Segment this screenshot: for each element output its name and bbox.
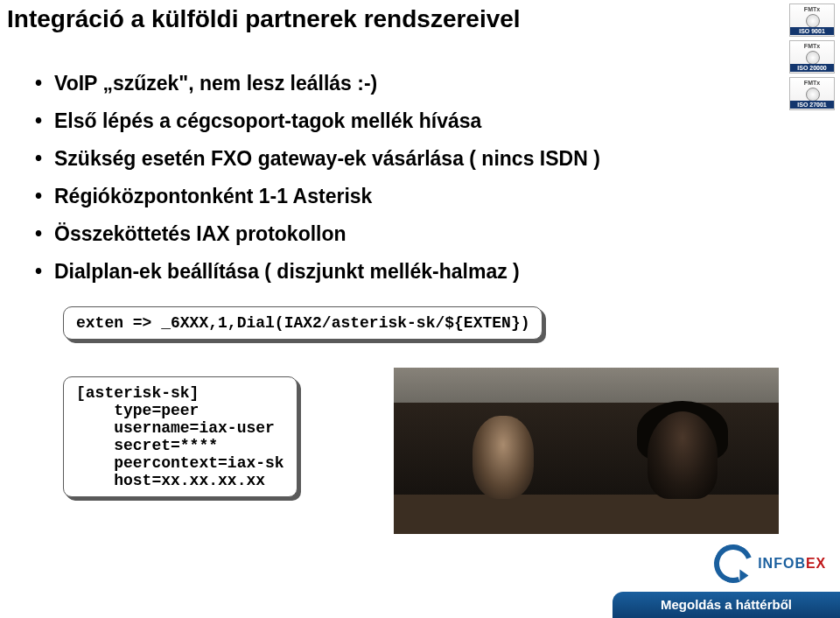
seal-icon	[806, 14, 820, 28]
cert-brand: FMTx	[804, 43, 820, 49]
code-content: exten => _6XXX,1,Dial(IAX2/asterisk-sk/$…	[63, 306, 542, 340]
cert-iso-label: ISO 27001	[790, 101, 834, 109]
cert-badge: FMTx ISO 9001	[789, 4, 835, 37]
code-block-exten: exten => _6XXX,1,Dial(IAX2/asterisk-sk/$…	[63, 306, 542, 340]
bullet-item: Dialplan-ek beállítása ( diszjunkt mellé…	[35, 260, 648, 284]
cert-badges: FMTx ISO 9001 FMTx ISO 20000 FMTx ISO 27…	[789, 4, 835, 114]
tagline: Megoldás a háttérből	[612, 592, 840, 618]
cert-badge: FMTx ISO 20000	[789, 40, 835, 74]
cert-iso-label: ISO 9001	[790, 27, 834, 35]
bullet-item: VoIP „szűzek", nem lesz leállás :-)	[35, 72, 648, 95]
seal-icon	[806, 51, 820, 65]
movie-still-image	[394, 368, 779, 534]
bullet-list: VoIP „szűzek", nem lesz leállás :-) Első…	[35, 63, 648, 298]
logo-text-main: INFOB	[758, 556, 806, 571]
bullet-item: Régióközpontonként 1-1 Asterisk	[35, 185, 648, 208]
cert-iso-label: ISO 20000	[790, 64, 834, 72]
cert-brand: FMTx	[804, 6, 820, 12]
code-content: [asterisk-sk] type=peer username=iax-use…	[63, 376, 298, 497]
bullet-item: Szükség esetén FXO gateway-ek vásárlása …	[35, 147, 648, 171]
logo-ring-icon	[707, 538, 758, 589]
seal-icon	[806, 88, 820, 102]
code-block-peer: [asterisk-sk] type=peer username=iax-use…	[63, 376, 298, 497]
bullet-item: Első lépés a cégcsoport-tagok mellék hív…	[35, 109, 648, 133]
logo-text-accent: EX	[806, 556, 826, 571]
cert-brand: FMTx	[804, 80, 820, 86]
bullet-item: Összeköttetés IAX protokollon	[35, 222, 648, 246]
company-logo: INFOBEX	[709, 544, 831, 588]
slide-title: Integráció a külföldi partnerek rendszer…	[7, 5, 521, 33]
cert-badge: FMTx ISO 27001	[789, 77, 835, 110]
logo-text: INFOBEX	[758, 556, 826, 572]
